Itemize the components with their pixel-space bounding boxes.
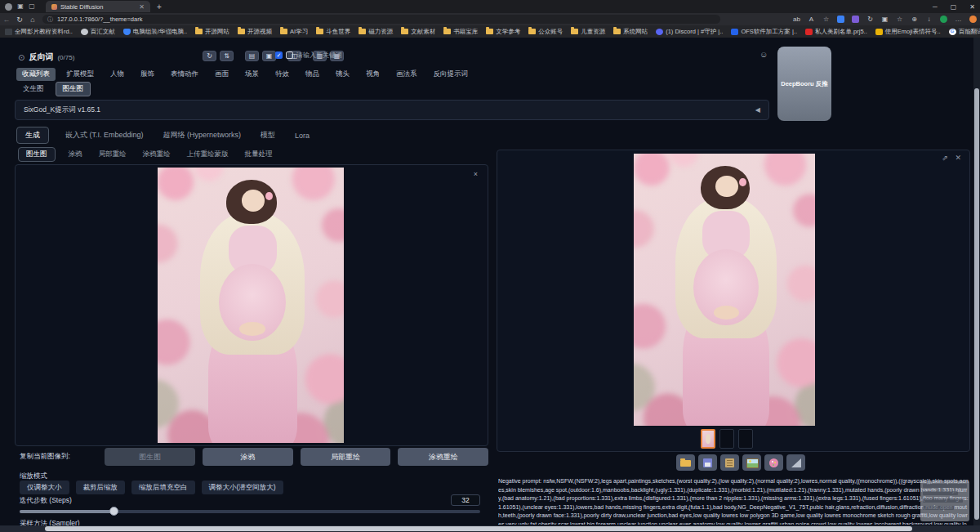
browser-toolbar-icon[interactable]: ab xyxy=(793,13,800,25)
bookmark-item[interactable]: 磁力资源 xyxy=(359,28,393,36)
resize-mode-option[interactable]: 缩放后填充空白 xyxy=(131,481,195,494)
category-tab[interactable]: 反向提示词 xyxy=(428,68,474,81)
thumbnail[interactable] xyxy=(738,429,753,449)
gallery-action-icon[interactable] xyxy=(786,454,805,471)
browser-toolbar-icon[interactable] xyxy=(969,16,977,23)
sixgod-accordion[interactable]: SixGod_K提示词 v1.65.1 ◀ xyxy=(15,100,769,120)
bookmark-item[interactable]: 全网影片教程资料rd.. xyxy=(5,28,73,36)
mode-tab[interactable]: 文生图 xyxy=(16,83,51,96)
fullscreen-icon[interactable]: ⇗ xyxy=(942,154,948,162)
category-tab[interactable]: 画面 xyxy=(209,68,234,81)
category-tab[interactable]: 镜头 xyxy=(330,68,355,81)
bookmark-item[interactable]: (1) Discord | #守护 |.. xyxy=(656,28,723,36)
tab-actions-icon[interactable]: ▢ xyxy=(26,0,38,13)
browser-toolbar-icon[interactable]: ↻ xyxy=(866,13,874,25)
bookmark-item[interactable]: 使用Emoji表情符号.. xyxy=(875,28,941,36)
bookmark-item[interactable]: 系统网站 xyxy=(613,28,648,36)
profile-icon[interactable] xyxy=(5,3,12,11)
browser-toolbar-icon[interactable]: ▣ xyxy=(881,13,889,25)
img2img-tab[interactable]: 上传重绘蒙版 xyxy=(184,148,232,161)
prompt-toolbar-icon[interactable]: ⇅ xyxy=(220,51,234,61)
bookmark-item[interactable]: 文献素材 xyxy=(401,28,435,36)
window-maximize-button[interactable]: ▢ xyxy=(951,3,957,11)
back-icon[interactable]: ← xyxy=(0,16,13,24)
bookmark-item[interactable]: 百能翻译 Google.. xyxy=(949,28,980,36)
browser-toolbar-icon[interactable]: ☆ xyxy=(896,13,903,25)
category-tab[interactable]: 人物 xyxy=(105,68,130,81)
category-tab[interactable]: 视角 xyxy=(360,68,385,81)
horizontal-scrollbar-thumb[interactable] xyxy=(45,526,912,531)
main-tab[interactable]: 超网络 (Hypernetworks) xyxy=(160,127,245,143)
vertical-scrollbar[interactable] xyxy=(973,38,980,532)
browser-tab[interactable]: Stable Diffusion ✕ xyxy=(46,1,150,12)
new-tab-button[interactable]: + xyxy=(157,2,162,11)
category-tab[interactable]: 扩展模型 xyxy=(60,68,100,81)
browser-toolbar-icon[interactable]: ⊕ xyxy=(911,13,918,25)
collapse-circle-icon[interactable]: ⊙ xyxy=(18,53,24,62)
gallery-action-icon[interactable] xyxy=(764,454,783,471)
category-tab[interactable]: 场景 xyxy=(239,68,265,81)
gallery-close-icon[interactable]: ✕ xyxy=(955,154,961,162)
category-tab[interactable]: 画法系 xyxy=(390,68,423,81)
main-tab[interactable]: Lora xyxy=(292,129,313,142)
gallery-action-icon[interactable] xyxy=(676,454,695,471)
bookmark-item[interactable]: 私人美剧名单.prj5.. xyxy=(805,28,867,36)
img2img-source-panel[interactable]: × xyxy=(15,164,488,446)
prompt-toolbar-icon[interactable]: ↻ xyxy=(203,51,216,61)
bookmark-item[interactable]: AI学习 xyxy=(280,28,308,36)
browser-toolbar-icon[interactable]: ☆ xyxy=(822,13,830,25)
close-icon[interactable]: × xyxy=(474,170,478,178)
main-tab[interactable]: 模型 xyxy=(257,127,278,143)
gallery-action-icon[interactable] xyxy=(698,454,717,471)
generation-info-text[interactable]: Negative prompt: nsfw,NSFW,(NSFW:2),legs… xyxy=(498,477,970,525)
site-info-icon[interactable]: ⓘ xyxy=(47,16,53,24)
thumbnail-selected[interactable] xyxy=(701,429,715,449)
prompt-toolbar-icon[interactable]: ▤ xyxy=(245,51,259,61)
keyword-checkbox[interactable]: ✓ xyxy=(275,51,283,59)
collapse-arrow-icon[interactable]: ◀ xyxy=(755,106,760,114)
img2img-tab[interactable]: 局部重绘 xyxy=(96,148,130,161)
mode-tab[interactable]: 图生图 xyxy=(56,82,91,96)
browser-toolbar-icon[interactable] xyxy=(852,16,859,23)
category-tab[interactable]: 服饰 xyxy=(135,68,160,81)
bookmark-item[interactable]: OFS软件加工方案 |.. xyxy=(731,28,797,36)
browser-toolbar-icon[interactable] xyxy=(837,16,844,23)
bookmark-item[interactable]: 百汇文献 xyxy=(81,28,115,36)
tab-close-icon[interactable]: ✕ xyxy=(139,3,145,11)
main-tab[interactable]: 生成 xyxy=(16,127,49,144)
copy-target-button[interactable]: 涂鸦重绘 xyxy=(398,448,488,466)
browser-toolbar-icon[interactable]: … xyxy=(955,13,962,25)
gallery-action-icon[interactable] xyxy=(720,454,739,471)
main-tab[interactable]: 嵌入式 (T.I. Embedding) xyxy=(62,127,147,143)
keyword-checkbox-empty[interactable] xyxy=(286,51,293,59)
browser-toolbar-icon[interactable] xyxy=(940,16,947,23)
copy-target-button[interactable]: 局部重绘 xyxy=(301,448,391,466)
vertical-scrollbar-thumb[interactable] xyxy=(974,88,979,520)
deepbooru-button[interactable]: DeepBooru 反推 xyxy=(777,47,831,121)
thumbnail[interactable] xyxy=(719,429,734,449)
bookmark-item[interactable]: 电脑组装/华强电脑.. xyxy=(123,28,187,36)
img2img-tab[interactable]: 涂鸦重绘 xyxy=(140,148,174,161)
bookmark-item[interactable]: 文学参考 xyxy=(486,28,520,36)
steps-slider[interactable] xyxy=(20,510,480,513)
category-tab[interactable]: 特效 xyxy=(270,68,295,81)
copy-target-button[interactable]: 涂鸦 xyxy=(203,448,293,466)
address-bar[interactable]: ⓘ 127.0.0.1:7860/?__theme=dark xyxy=(42,15,720,24)
resize-mode-option[interactable]: 调整大小(潜空间放大) xyxy=(202,481,283,494)
steps-value-input[interactable]: 32 xyxy=(451,494,480,506)
img2img-tab[interactable]: 批量处理 xyxy=(242,148,276,161)
category-tab[interactable]: 物品 xyxy=(300,68,325,81)
bookmark-item[interactable]: 公众账号 xyxy=(528,28,563,36)
bookmark-item[interactable]: 斗鱼世界 xyxy=(316,28,350,36)
home-icon[interactable]: ⌂ xyxy=(26,16,39,24)
category-tab[interactable]: 表情动作 xyxy=(165,68,204,81)
gallery-action-icon[interactable] xyxy=(742,454,761,471)
bookmark-item[interactable]: 书籍宝库 xyxy=(443,28,478,36)
emoji-icon[interactable]: ☺ xyxy=(760,50,768,59)
generated-image[interactable] xyxy=(634,154,815,426)
window-close-button[interactable]: ✕ xyxy=(969,3,975,11)
copy-target-button[interactable]: 图生图 xyxy=(105,448,195,466)
browser-toolbar-icon[interactable]: A xyxy=(808,13,815,25)
new-keyword-input[interactable] xyxy=(296,51,386,59)
prompt-toolbar-icon[interactable]: ▣ xyxy=(262,51,276,61)
